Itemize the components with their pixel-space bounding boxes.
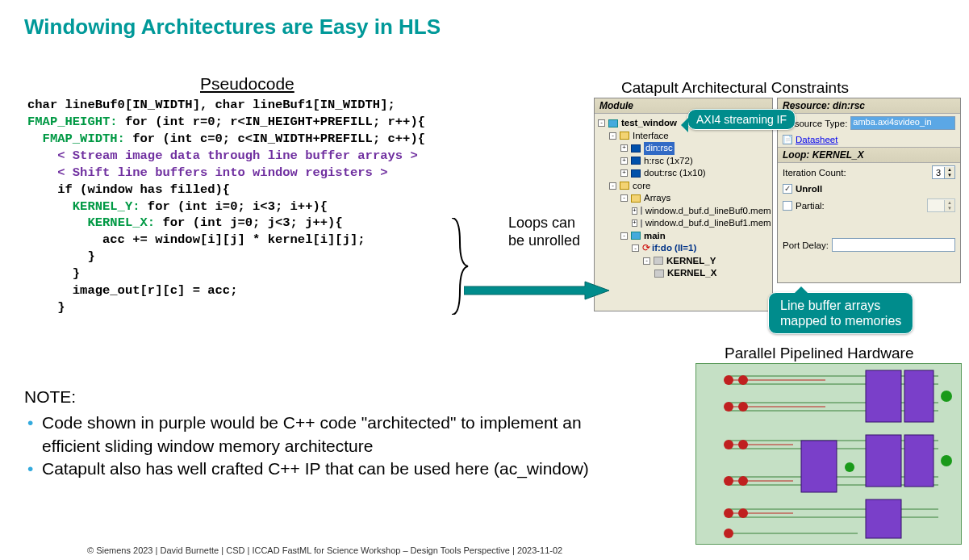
svg-point-34	[941, 391, 952, 402]
loop-icon	[631, 232, 641, 240]
svg-rect-31	[866, 435, 901, 487]
iteration-count-value: 3	[933, 168, 944, 178]
stepper-down-icon[interactable]: ▼	[945, 173, 954, 178]
code-l3b: for (int c=0; c<IN_WIDTH+PREFILL; c++){	[125, 132, 425, 146]
unroll-label: Unroll	[796, 184, 822, 194]
code-l6: if (window has filled){	[57, 182, 230, 197]
module-tree[interactable]: -test_window -Interface +din:rsc +h:rsc …	[595, 114, 772, 283]
code-l7a: KERNEL_Y:	[73, 199, 140, 214]
svg-point-25	[724, 508, 733, 518]
tree-arr1[interactable]: window.d_buf.d_lineBuf0.mem	[645, 205, 771, 218]
tree-toggle-icon[interactable]: -	[620, 232, 628, 240]
folder-icon	[631, 194, 641, 203]
tree-toggle-icon[interactable]: -	[643, 257, 650, 265]
code-l2a: FMAP_HEIGHT:	[27, 115, 118, 129]
tree-arrays[interactable]: Arrays	[644, 192, 670, 205]
pseudocode-heading: Pseudocode	[200, 74, 294, 94]
svg-point-26	[738, 508, 748, 518]
port-delay-field[interactable]	[832, 238, 955, 252]
datasheet-icon: 📄	[783, 135, 792, 144]
svg-rect-28	[866, 370, 901, 422]
loop-pipe-icon: ⟳	[642, 242, 650, 255]
folder-icon	[620, 132, 629, 140]
tree-interface[interactable]: Interface	[633, 130, 669, 143]
callout-line-buffer: Line buffer arrays mapped to memories	[768, 292, 913, 334]
resource-type-field[interactable]: amba.axi4svideo_in	[850, 116, 955, 130]
resource-panel: Resource: din:rsc Resource Type: amba.ax…	[777, 98, 961, 283]
note-heading: NOTE:	[24, 386, 589, 408]
code-l7b: for (int i=0; i<3; i++){	[140, 199, 328, 214]
code-l9: acc += window[i][j] * kernel[i][j];	[102, 232, 365, 247]
code-l1: char lineBuf0[IN_WIDTH], char lineBuf1[I…	[27, 98, 395, 112]
partial-stepper[interactable]: ▲▼	[927, 199, 955, 212]
partial-label: Partial:	[796, 201, 924, 211]
code-l2b: for (int r=0; r<IN_HEIGHT+PREFILL; r++){	[118, 115, 425, 129]
resource-panel-title: Resource: din:rsc	[778, 98, 960, 114]
loop-section-title: Loop: KERNEL_X	[778, 147, 960, 163]
tree-dout[interactable]: dout:rsc (1x10)	[644, 167, 706, 180]
svg-point-36	[845, 462, 854, 472]
iteration-count-stepper[interactable]: 3 ▲▼	[932, 165, 955, 179]
tree-kernel-x[interactable]: KERNEL_X	[667, 267, 716, 280]
svg-point-27	[724, 529, 733, 538]
tree-toggle-icon[interactable]: -	[620, 194, 628, 202]
port-delay-label: Port Delay:	[783, 240, 829, 250]
loop-icon	[654, 257, 663, 265]
folder-icon	[620, 182, 629, 190]
svg-point-24	[738, 476, 748, 486]
tree-toggle-icon[interactable]: +	[632, 207, 637, 215]
tree-core[interactable]: core	[633, 180, 650, 193]
tree-kernel-y[interactable]: KERNEL_Y	[666, 255, 716, 268]
tree-root[interactable]: test_window	[621, 117, 677, 130]
tree-ifdo[interactable]: if:do (II=1)	[652, 242, 696, 255]
svg-rect-29	[904, 370, 933, 422]
code-l8a: KERNEL_X:	[87, 215, 155, 230]
partial-checkbox[interactable]	[783, 201, 792, 211]
unroll-checkbox[interactable]	[783, 184, 792, 194]
svg-point-18	[738, 375, 748, 385]
annotation-loops-unrolled: Loops can be unrolled	[508, 215, 580, 249]
stepper-up-icon[interactable]: ▲	[945, 167, 954, 173]
code-l13: }	[57, 300, 65, 315]
memory-icon	[641, 207, 642, 215]
datasheet-link[interactable]: Datasheet	[796, 135, 837, 144]
tree-din[interactable]: din:rsc	[644, 142, 675, 155]
svg-point-20	[738, 402, 748, 412]
tree-toggle-icon[interactable]: +	[620, 169, 628, 177]
slide-footer: © Siemens 2023 | David Burnette | CSD | …	[87, 545, 562, 555]
tree-toggle-icon[interactable]: -	[609, 182, 616, 190]
tree-main[interactable]: main	[644, 230, 666, 243]
tree-toggle-icon[interactable]: +	[620, 144, 628, 152]
hardware-diagram-heading: Parallel Pipelined Hardware	[725, 345, 913, 362]
code-l3a: FMAP_WIDTH:	[43, 132, 125, 146]
code-l10: }	[87, 249, 94, 264]
module-icon	[608, 119, 618, 127]
svg-rect-32	[904, 435, 933, 487]
tree-toggle-icon[interactable]: +	[632, 219, 637, 227]
tree-arr2[interactable]: window.d_buf.d_lineBuf1.mem	[645, 217, 771, 230]
svg-point-23	[724, 476, 733, 486]
svg-point-17	[724, 375, 733, 385]
port-icon	[631, 144, 641, 153]
tree-toggle-icon[interactable]: -	[609, 132, 616, 140]
code-l12: image_out[r][c] = acc;	[73, 283, 238, 298]
port-icon	[631, 157, 641, 165]
port-icon	[631, 169, 641, 178]
svg-point-19	[724, 402, 733, 412]
arrow-to-tree	[464, 278, 609, 303]
loop-icon	[654, 270, 664, 278]
tree-toggle-icon[interactable]: -	[598, 119, 605, 127]
svg-point-21	[724, 440, 733, 449]
iteration-count-label: Iteration Count:	[783, 168, 929, 178]
svg-rect-30	[801, 441, 837, 492]
tree-toggle-icon[interactable]: -	[632, 244, 639, 252]
callout-axi-streaming: AXI4 streaming IF	[687, 109, 796, 130]
tree-h[interactable]: h:rsc (1x72)	[644, 155, 693, 168]
note-bullet-1: Code shown in purple would be C++ code "…	[42, 413, 582, 454]
code-l8b: for (int j=0; j<3; j++){	[155, 215, 343, 230]
tree-toggle-icon[interactable]: +	[620, 157, 628, 165]
hardware-diagram	[695, 363, 962, 545]
pseudocode-block: char lineBuf0[IN_WIDTH], char lineBuf1[I…	[27, 97, 425, 316]
svg-point-22	[738, 440, 748, 449]
code-l5: < Shift line buffers into window registe…	[57, 165, 387, 180]
